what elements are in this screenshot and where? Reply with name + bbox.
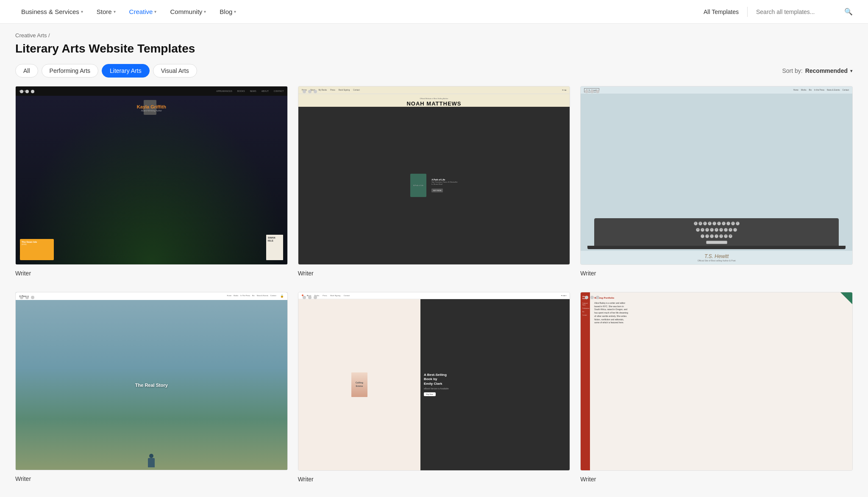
- template-card-6[interactable]: Alice Barley Featured Work Publications …: [580, 292, 853, 483]
- main-nav: Business & Services ▾ Store ▾ Creative ▾…: [0, 0, 868, 24]
- dark-section-2: A Path of Life A Path of Life San Franci…: [298, 107, 570, 264]
- browser-dots-5: [303, 296, 317, 299]
- template-thumb-2: HomeAboutMy BooksPressBook SigningContac…: [298, 86, 570, 265]
- author-sub-1: Award Winning Author: [141, 109, 162, 112]
- template-label-4: Writer: [15, 475, 288, 482]
- mock-nav-4: J. Brown HomeBooksIn The PressBioNews & …: [16, 292, 287, 300]
- nav-label-blog: Blog: [220, 8, 232, 15]
- mock-site-1: K. Griffith APPEARANCES BOOKS NEWS ABOUT…: [16, 86, 287, 264]
- filter-tab-visual[interactable]: Visual Arts: [153, 64, 197, 78]
- author-section-3: T.S. Hewitt Official Site of Best sellin…: [581, 251, 852, 264]
- breadcrumb-parent[interactable]: Creative Arts: [15, 32, 47, 39]
- template-thumb-3: T. S. Hewitt HomeWorksBioIn the PressNew…: [580, 86, 853, 265]
- nav-item-blog[interactable]: Blog ▾: [214, 0, 242, 24]
- template-thumb-4: J. Brown HomeBooksIn The PressBioNews & …: [15, 292, 288, 471]
- nav-item-store[interactable]: Store ▾: [91, 0, 122, 24]
- template-thumb-1: K. Griffith APPEARANCES BOOKS NEWS ABOUT…: [15, 86, 288, 265]
- browser-dots-1: [20, 90, 34, 93]
- book-img-2: A Path of Life: [410, 174, 426, 197]
- mock-nav-2: HomeAboutMy BooksPressBook SigningContac…: [298, 86, 570, 94]
- template-card-4[interactable]: J. Brown HomeBooksIn The PressBioNews & …: [15, 292, 288, 483]
- breadcrumb-separator: /: [48, 32, 50, 39]
- nav-label-business: Business & Services: [21, 8, 79, 15]
- breadcrumb: Creative Arts /: [15, 32, 853, 39]
- browser-dots-6: [585, 296, 599, 299]
- mock-site-6: Alice Barley Featured Work Publications …: [581, 292, 852, 470]
- book-cover-5: Calling Emma: [351, 372, 367, 397]
- book-card-1: The Swan Isle (2023): [20, 239, 54, 260]
- ts-name-3: T.S. Hewitt: [583, 253, 850, 259]
- author-name-1: Kayla Griffith: [137, 104, 166, 109]
- book-sub-5: eBook Version is Available: [424, 387, 449, 390]
- templates-grid: K. Griffith APPEARANCES BOOKS NEWS ABOUT…: [15, 86, 853, 483]
- template-card-3[interactable]: T. S. Hewitt HomeWorksBioIn the PressNew…: [580, 86, 853, 277]
- mock-site-2: HomeAboutMy BooksPressBook SigningContac…: [298, 86, 570, 264]
- search-input[interactable]: [756, 8, 841, 15]
- nav-chevron-store: ▾: [114, 9, 116, 14]
- text-section-5: A Best-SellingBook byEmily Clark eBook V…: [420, 299, 570, 470]
- filter-tabs: All Performing Arts Literary Arts Visual…: [15, 64, 197, 78]
- sort-value[interactable]: Recommended: [805, 67, 848, 74]
- nav-label-community: Community: [170, 8, 202, 15]
- mock-nav-3: T. S. Hewitt HomeWorksBioIn the PressNew…: [581, 86, 852, 94]
- mock-nav-1: K. Griffith APPEARANCES BOOKS NEWS ABOUT…: [16, 86, 287, 96]
- nav-item-community[interactable]: Community ▾: [164, 0, 212, 24]
- mock-body-2: Official Website of Best Selling Author …: [298, 94, 570, 264]
- page-title: Literary Arts Website Templates: [15, 42, 853, 56]
- nav-chevron-business: ▾: [81, 9, 83, 14]
- buy-button-5: Buy Now: [424, 392, 436, 396]
- filter-tab-all[interactable]: All: [15, 64, 38, 78]
- template-card-5[interactable]: AboutBooksPressBook SigningContact ♥ ♦ ■…: [298, 292, 570, 483]
- mock-site-5: AboutBooksPressBook SigningContact ♥ ♦ ■…: [298, 292, 570, 470]
- book-text-2: A Path of Life San Francisco Times #1 Be…: [431, 178, 458, 193]
- top-row: All Performing Arts Literary Arts Visual…: [15, 64, 853, 78]
- author-label-2: Official Website of Best Selling Author: [420, 97, 448, 100]
- all-templates-link[interactable]: All Templates: [704, 8, 747, 15]
- book-section-5: Calling Emma: [298, 299, 420, 470]
- template-thumb-6: Alice Barley Featured Work Publications …: [580, 292, 853, 471]
- template-label-6: Writer: [580, 476, 853, 483]
- mock-body-5: Calling Emma A Best-SellingBook byEmily …: [298, 299, 570, 470]
- nav-divider: [747, 7, 748, 17]
- search-bar[interactable]: 🔍: [756, 8, 853, 16]
- nav-item-creative[interactable]: Creative ▾: [123, 0, 163, 24]
- template-thumb-5: AboutBooksPressBook SigningContact ♥ ♦ ■…: [298, 292, 570, 471]
- big-name-2: NOAH MATTHEWS: [406, 100, 461, 107]
- template-label-5: Writer: [298, 476, 570, 483]
- book-cover-1: SWAN ISLE: [266, 235, 283, 260]
- nav-label-store: Store: [97, 8, 112, 15]
- search-icon[interactable]: 🔍: [844, 8, 853, 16]
- book-title-5: A Best-SellingBook byEmily Clark: [424, 373, 447, 386]
- template-label-1: Writer: [15, 270, 288, 277]
- nav-label-creative: Creative: [129, 8, 153, 15]
- browser-dots-3: [585, 90, 599, 93]
- nav-chevron-blog: ▾: [234, 9, 236, 14]
- nav-left: Business & Services ▾ Store ▾ Creative ▾…: [15, 0, 242, 24]
- filter-tab-literary[interactable]: Literary Arts: [102, 64, 150, 78]
- mock-nav-5: AboutBooksPressBook SigningContact ♥ ♦ ■…: [298, 292, 570, 299]
- ts-sub-3: Official Site of Best selling Author & P…: [583, 259, 850, 262]
- nav-item-business[interactable]: Business & Services ▾: [15, 0, 89, 24]
- browser-dots-4: [20, 296, 34, 299]
- nav-right: All Templates 🔍: [704, 7, 853, 17]
- sort-label: Sort by:: [782, 67, 802, 74]
- mock-site-3: T. S. Hewitt HomeWorksBioIn the PressNew…: [581, 86, 852, 264]
- sort-chevron-icon[interactable]: ▾: [850, 68, 853, 74]
- template-label-3: Writer: [580, 270, 853, 277]
- hero-4: The Real Story: [16, 300, 287, 470]
- mock-site-4: J. Brown HomeBooksIn The PressBioNews & …: [16, 292, 287, 470]
- browser-dots-2: [303, 90, 317, 93]
- nav-chevron-community: ▾: [204, 9, 206, 14]
- template-card-2[interactable]: HomeAboutMy BooksPressBook SigningContac…: [298, 86, 570, 277]
- filter-tab-performing[interactable]: Performing Arts: [42, 64, 98, 78]
- template-card-1[interactable]: K. Griffith APPEARANCES BOOKS NEWS ABOUT…: [15, 86, 288, 277]
- template-label-2: Writer: [298, 270, 570, 277]
- main-content: Creative Arts / Literary Arts Website Te…: [0, 24, 868, 497]
- hero-title-4: The Real Story: [135, 383, 168, 388]
- sort-control: Sort by: Recommended ▾: [782, 67, 853, 74]
- nav-chevron-creative: ▾: [154, 9, 156, 14]
- mock-body-1: Kayla Griffith Award Winning Author The …: [16, 96, 287, 264]
